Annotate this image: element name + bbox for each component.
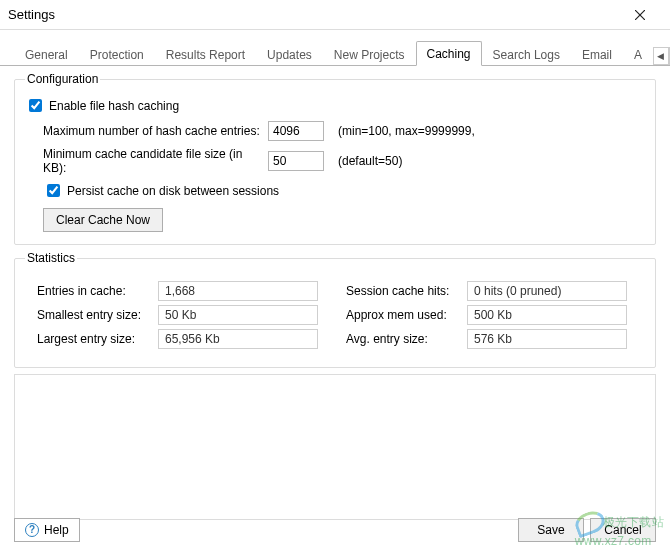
tab-new-projects[interactable]: New Projects: [323, 42, 416, 66]
enable-caching-label: Enable file hash caching: [49, 99, 179, 113]
min-size-hint: (default=50): [338, 154, 402, 168]
stat-mem-used: Approx mem used: 500 Kb: [346, 305, 645, 325]
stat-largest-entry: Largest entry size: 65,956 Kb: [37, 329, 336, 349]
chevron-left-icon: ◀: [657, 51, 664, 61]
tab-strip: General Protection Results Report Update…: [0, 38, 670, 66]
close-button[interactable]: [618, 1, 662, 29]
tab-search-logs[interactable]: Search Logs: [482, 42, 571, 66]
enable-caching-checkbox[interactable]: [29, 99, 42, 112]
help-icon: ?: [25, 523, 39, 537]
min-size-label: Minimum cache candidate file size (in KB…: [43, 147, 268, 175]
stat-label: Largest entry size:: [37, 332, 152, 346]
window-title: Settings: [8, 7, 618, 22]
stat-value: 0 hits (0 pruned): [467, 281, 627, 301]
max-entries-label: Maximum number of hash cache entries:: [43, 124, 268, 138]
help-label: Help: [44, 523, 69, 537]
tab-results-report[interactable]: Results Report: [155, 42, 256, 66]
statistics-left-col: Entries in cache: 1,668 Smallest entry s…: [37, 277, 336, 353]
stat-value: 50 Kb: [158, 305, 318, 325]
stat-label: Entries in cache:: [37, 284, 152, 298]
enable-caching-checkbox-row[interactable]: Enable file hash caching: [25, 96, 645, 115]
titlebar: Settings: [0, 0, 670, 30]
stat-session-hits: Session cache hits: 0 hits (0 pruned): [346, 281, 645, 301]
stat-label: Avg. entry size:: [346, 332, 461, 346]
tab-email[interactable]: Email: [571, 42, 623, 66]
cancel-button[interactable]: Cancel: [590, 518, 656, 542]
config-indent: Maximum number of hash cache entries: (m…: [43, 121, 645, 232]
stat-label: Approx mem used:: [346, 308, 461, 322]
stat-label: Session cache hits:: [346, 284, 461, 298]
min-size-input[interactable]: [268, 151, 324, 171]
persist-cache-checkbox-row[interactable]: Persist cache on disk between sessions: [43, 181, 645, 200]
stat-avg-entry: Avg. entry size: 576 Kb: [346, 329, 645, 349]
configuration-group: Configuration Enable file hash caching M…: [14, 72, 656, 245]
statistics-right-col: Session cache hits: 0 hits (0 pruned) Ap…: [346, 277, 645, 353]
tab-scroll-left-button[interactable]: ◀: [653, 47, 669, 65]
statistics-legend: Statistics: [25, 251, 77, 265]
max-entries-hint: (min=100, max=9999999,: [338, 124, 475, 138]
min-size-row: Minimum cache candidate file size (in KB…: [43, 147, 645, 175]
persist-cache-label: Persist cache on disk between sessions: [67, 184, 279, 198]
clear-cache-button[interactable]: Clear Cache Now: [43, 208, 163, 232]
save-button[interactable]: Save: [518, 518, 584, 542]
close-icon: [635, 10, 645, 20]
stat-smallest-entry: Smallest entry size: 50 Kb: [37, 305, 336, 325]
stat-label: Smallest entry size:: [37, 308, 152, 322]
stat-value: 500 Kb: [467, 305, 627, 325]
persist-cache-checkbox[interactable]: [47, 184, 60, 197]
stat-value: 576 Kb: [467, 329, 627, 349]
configuration-legend: Configuration: [25, 72, 100, 86]
statistics-group: Statistics Entries in cache: 1,668 Small…: [14, 251, 656, 368]
tab-scroll-arrows: ◀ ▶: [653, 47, 670, 65]
dialog-footer: ? Help Save Cancel: [14, 518, 656, 542]
statistics-columns: Entries in cache: 1,668 Smallest entry s…: [37, 277, 645, 353]
tab-protection[interactable]: Protection: [79, 42, 155, 66]
help-button[interactable]: ? Help: [14, 518, 80, 542]
tab-content: Configuration Enable file hash caching M…: [0, 66, 670, 530]
tab-updates[interactable]: Updates: [256, 42, 323, 66]
lower-panel: [14, 374, 656, 520]
tab-general[interactable]: General: [14, 42, 79, 66]
max-entries-row: Maximum number of hash cache entries: (m…: [43, 121, 645, 141]
max-entries-input[interactable]: [268, 121, 324, 141]
stat-value: 65,956 Kb: [158, 329, 318, 349]
stat-value: 1,668: [158, 281, 318, 301]
tab-caching[interactable]: Caching: [416, 41, 482, 66]
stat-entries-in-cache: Entries in cache: 1,668: [37, 281, 336, 301]
tab-more[interactable]: A: [623, 42, 653, 66]
